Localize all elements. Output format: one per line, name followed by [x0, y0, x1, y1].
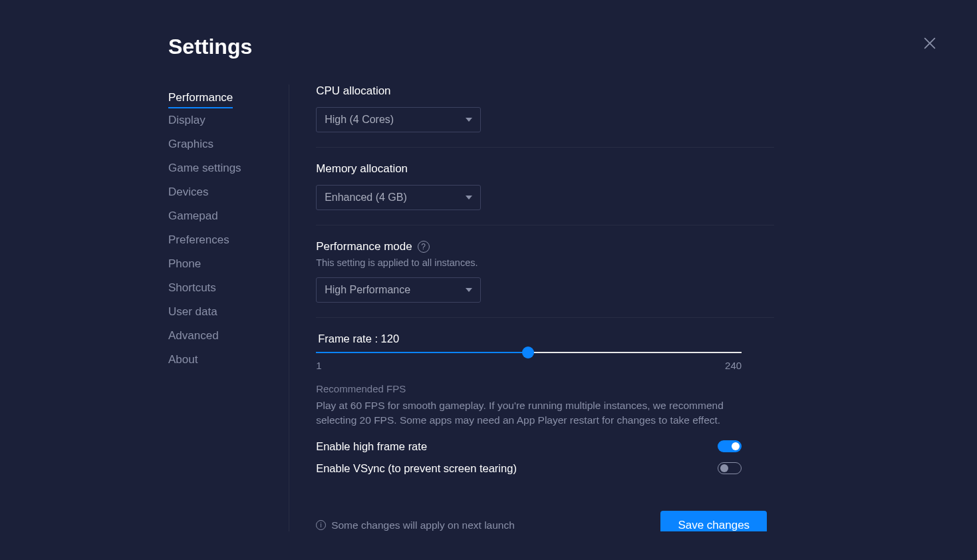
- sidebar-item-user-data[interactable]: User data: [168, 300, 217, 324]
- vsync-label: Enable VSync (to prevent screen tearing): [316, 462, 517, 475]
- settings-sidebar: Performance Display Graphics Game settin…: [168, 84, 289, 531]
- sidebar-item-about[interactable]: About: [168, 348, 198, 372]
- chevron-down-icon: [466, 118, 472, 122]
- save-changes-button[interactable]: Save changes: [660, 511, 767, 531]
- performance-mode-value: High Performance: [325, 284, 410, 296]
- sidebar-item-shortcuts[interactable]: Shortcuts: [168, 276, 216, 300]
- chevron-down-icon: [466, 288, 472, 292]
- toggle-knob: [732, 442, 740, 450]
- sidebar-item-game-settings[interactable]: Game settings: [168, 156, 241, 180]
- slider-fill: [316, 352, 528, 353]
- sidebar-item-display[interactable]: Display: [168, 108, 206, 132]
- slider-thumb[interactable]: [522, 347, 534, 358]
- settings-content: CPU allocation High (4 Cores) Memory all…: [289, 84, 977, 531]
- sidebar-item-graphics[interactable]: Graphics: [168, 132, 213, 156]
- page-title: Settings: [168, 35, 937, 59]
- cpu-allocation-select[interactable]: High (4 Cores): [316, 107, 481, 132]
- sidebar-item-devices[interactable]: Devices: [168, 180, 208, 204]
- close-icon: [922, 36, 937, 51]
- memory-allocation-label: Memory allocation: [316, 162, 774, 176]
- sidebar-item-advanced[interactable]: Advanced: [168, 324, 219, 348]
- memory-allocation-value: Enhanced (4 GB): [325, 192, 407, 204]
- high-frame-rate-label: Enable high frame rate: [316, 440, 427, 453]
- close-button[interactable]: [922, 36, 937, 53]
- frame-rate-max: 240: [725, 360, 742, 371]
- performance-mode-select[interactable]: High Performance: [316, 277, 481, 303]
- sidebar-item-performance[interactable]: Performance: [168, 86, 233, 108]
- recommended-fps-title: Recommended FPS: [316, 383, 774, 394]
- toggle-knob: [720, 464, 728, 472]
- sidebar-item-gamepad[interactable]: Gamepad: [168, 204, 218, 228]
- performance-mode-label: Performance mode: [316, 240, 412, 253]
- cpu-allocation-label: CPU allocation: [316, 84, 774, 98]
- memory-allocation-select[interactable]: Enhanced (4 GB): [316, 185, 481, 210]
- info-icon: i: [316, 520, 326, 530]
- footer-note-text: Some changes will apply on next launch: [331, 519, 515, 531]
- vsync-toggle[interactable]: [718, 462, 742, 474]
- frame-rate-slider[interactable]: [316, 352, 742, 353]
- high-frame-rate-toggle[interactable]: [718, 440, 742, 452]
- recommended-fps-desc: Play at 60 FPS for smooth gameplay. If y…: [316, 398, 742, 428]
- performance-mode-sub: This setting is applied to all instances…: [316, 257, 774, 268]
- frame-rate-label: Frame rate : 120: [316, 333, 774, 345]
- chevron-down-icon: [466, 196, 472, 200]
- sidebar-item-preferences[interactable]: Preferences: [168, 228, 229, 252]
- frame-rate-min: 1: [316, 360, 321, 371]
- sidebar-item-phone[interactable]: Phone: [168, 252, 201, 276]
- cpu-allocation-value: High (4 Cores): [325, 114, 394, 126]
- help-icon[interactable]: ?: [418, 241, 430, 253]
